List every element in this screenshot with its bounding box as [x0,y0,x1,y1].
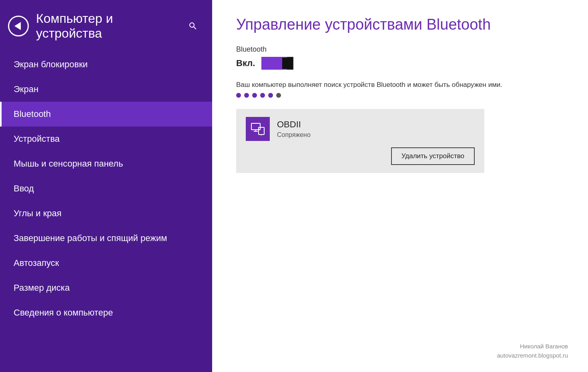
search-icon [188,21,198,31]
device-top: OBDII Сопряжено [246,117,475,141]
device-name: OBDII [277,119,311,130]
page-title: Управление устройствами Bluetooth [236,16,564,33]
sidebar-item-mouse[interactable]: Мышь и сенсорная панель [0,151,212,176]
sidebar-item-corners[interactable]: Углы и края [0,201,212,226]
dot-6 [276,93,281,98]
device-actions: Удалить устройство [246,146,475,165]
sidebar-item-devices[interactable]: Устройства [0,127,212,151]
sidebar-nav: Экран блокировки Экран Bluetooth Устройс… [0,52,212,372]
device-info: OBDII Сопряжено [277,119,311,139]
main-content: Управление устройствами Bluetooth Blueto… [212,0,588,372]
sidebar-item-display[interactable]: Экран [0,77,212,102]
bluetooth-toggle[interactable] [261,57,293,70]
search-button[interactable] [186,19,200,33]
remove-device-button[interactable]: Удалить устройство [391,147,475,165]
device-status: Сопряжено [277,131,311,139]
scanning-dots [236,93,564,98]
dot-2 [244,93,249,98]
back-button[interactable] [8,16,29,36]
dot-5 [268,93,273,98]
dot-3 [252,93,257,98]
sidebar-item-shutdown[interactable]: Завершение работы и спящий режим [0,226,212,251]
dot-4 [260,93,265,98]
sidebar-item-lock-screen[interactable]: Экран блокировки [0,52,212,77]
back-arrow-icon [14,22,21,30]
toggle-row: Вкл. [236,57,564,70]
sidebar: Компьютер и устройства Экран блокировки … [0,0,212,372]
toggle-label: Вкл. [236,58,255,68]
sidebar-item-input[interactable]: Ввод [0,176,212,201]
sidebar-item-disk-size[interactable]: Размер диска [0,275,212,300]
footer-name: Николай Ваганов [497,342,568,351]
dot-1 [236,93,241,98]
searching-text: Ваш компьютер выполняет поиск устройств … [236,81,564,89]
sidebar-item-bluetooth[interactable]: Bluetooth [0,102,212,127]
toggle-thumb [282,58,293,69]
sidebar-header: Компьютер и устройства [0,0,212,52]
footer-attribution: Николай Ваганов autovazremont.blogspot.r… [497,342,568,360]
sidebar-item-about[interactable]: Сведения о компьютере [0,300,212,325]
device-card: OBDII Сопряжено Удалить устройство [236,109,484,173]
bluetooth-label: Bluetooth [236,45,564,54]
device-icon-svg [251,122,265,136]
footer-url: autovazremont.blogspot.ru [497,351,568,360]
svg-rect-3 [259,127,264,135]
sidebar-title: Компьютер и устройства [36,11,179,41]
sidebar-item-autorun[interactable]: Автозапуск [0,251,212,275]
device-icon [246,117,270,141]
